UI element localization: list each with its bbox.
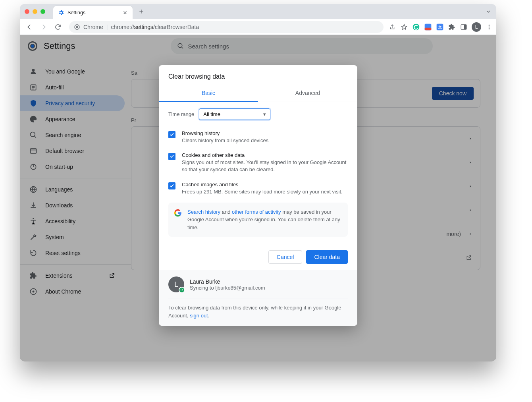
svg-rect-8 xyxy=(464,25,466,29)
user-avatar: L xyxy=(168,276,184,292)
sync-badge-icon xyxy=(179,287,185,293)
extension-icon-2[interactable] xyxy=(424,23,432,31)
checkbox-desc: Frees up 291 MB. Some sites may load mor… xyxy=(182,188,348,195)
checkbox-desc: Signs you out of most sites. You'll stay… xyxy=(182,159,348,173)
svg-point-11 xyxy=(489,28,490,29)
checkbox-desc: Clears history from all synced devices xyxy=(182,137,348,144)
extension-grammarly-icon[interactable] xyxy=(412,23,420,31)
user-name: Laura Burke xyxy=(190,278,265,285)
menu-icon[interactable] xyxy=(485,23,493,31)
svg-point-1 xyxy=(76,26,78,28)
chrome-icon xyxy=(74,24,80,30)
info-text: Search history and other forms of activi… xyxy=(187,208,342,232)
extension-translate-icon[interactable]: 文 xyxy=(436,23,444,31)
svg-point-9 xyxy=(489,25,490,26)
dialog-tabs: Basic Advanced xyxy=(159,85,357,102)
profile-avatar[interactable]: L xyxy=(472,22,481,32)
reload-button[interactable] xyxy=(52,21,64,33)
sign-out-link[interactable]: sign out xyxy=(190,313,208,319)
checkbox-title: Browsing history xyxy=(182,130,348,136)
checkbox-cache[interactable] xyxy=(168,182,175,189)
title-bar: Settings xyxy=(20,4,496,19)
tab-basic[interactable]: Basic xyxy=(159,85,258,102)
footer-separator xyxy=(168,298,348,298)
checkbox-row-cookies: Cookies and other site data Signs you ou… xyxy=(168,148,348,177)
star-icon[interactable] xyxy=(400,23,408,31)
url-text: chrome://settings/clearBrowserData xyxy=(111,24,199,30)
browser-tab[interactable]: Settings xyxy=(53,6,133,19)
share-icon[interactable] xyxy=(388,23,396,31)
svg-text:文: 文 xyxy=(438,25,442,29)
browser-window: Settings Chrome | chrome://settings/clea… xyxy=(20,4,496,361)
dialog-footer: L Laura Burke Syncing to ljburke85@gmail… xyxy=(159,270,357,326)
close-window-button[interactable] xyxy=(25,9,29,14)
user-sync-status: Syncing to ljburke85@gmail.com xyxy=(190,285,265,291)
toolbar: Chrome | chrome://settings/clearBrowserD… xyxy=(20,19,496,35)
google-g-icon xyxy=(174,209,182,217)
search-history-link[interactable]: Search history xyxy=(187,209,220,215)
clear-browsing-data-dialog: Clear browsing data Basic Advanced Time … xyxy=(159,65,357,326)
content-area: Settings Search settings You and Google … xyxy=(20,35,496,361)
forward-button[interactable] xyxy=(37,21,50,33)
time-range-select[interactable]: All time xyxy=(199,108,270,120)
traffic-lights xyxy=(25,9,45,14)
time-range-label: Time range xyxy=(168,111,194,117)
maximize-window-button[interactable] xyxy=(40,9,45,14)
close-tab-icon[interactable] xyxy=(122,10,128,15)
tab-title: Settings xyxy=(67,10,119,15)
checkbox-row-history: Browsing history Clears history from all… xyxy=(168,126,348,148)
footer-text: To clear browsing data from this device … xyxy=(168,304,348,319)
dialog-title: Clear browsing data xyxy=(159,65,357,85)
checkbox-browsing-history[interactable] xyxy=(168,131,175,138)
address-bar[interactable]: Chrome | chrome://settings/clearBrowserD… xyxy=(69,21,384,33)
chevron-down-icon[interactable] xyxy=(485,8,492,15)
back-button[interactable] xyxy=(23,21,36,33)
user-account-row: L Laura Burke Syncing to ljburke85@gmail… xyxy=(168,276,348,292)
svg-rect-4 xyxy=(425,27,432,30)
dialog-body: Time range All time Browsing history Cle… xyxy=(159,102,357,243)
new-tab-button[interactable] xyxy=(136,6,147,17)
checkbox-title: Cached images and files xyxy=(182,182,348,187)
extensions-puzzle-icon[interactable] xyxy=(448,23,456,31)
time-range-row: Time range All time xyxy=(168,108,348,120)
clear-data-button[interactable]: Clear data xyxy=(306,250,348,264)
side-panel-icon[interactable] xyxy=(460,23,468,31)
minimize-window-button[interactable] xyxy=(33,9,37,14)
checkbox-title: Cookies and other site data xyxy=(182,152,348,158)
svg-point-10 xyxy=(489,26,490,27)
plus-icon xyxy=(139,9,144,14)
url-source: Chrome xyxy=(83,24,103,30)
cancel-button[interactable]: Cancel xyxy=(268,250,303,264)
info-box: Search history and other forms of activi… xyxy=(168,203,348,237)
dialog-actions: Cancel Clear data xyxy=(159,243,357,270)
checkbox-cookies[interactable] xyxy=(168,153,175,160)
gear-icon xyxy=(58,10,64,16)
tab-advanced[interactable]: Advanced xyxy=(258,85,357,102)
other-activity-link[interactable]: other forms of activity xyxy=(232,209,281,215)
toolbar-actions: 文 L xyxy=(388,22,493,32)
checkbox-row-cache: Cached images and files Frees up 291 MB.… xyxy=(168,178,348,199)
